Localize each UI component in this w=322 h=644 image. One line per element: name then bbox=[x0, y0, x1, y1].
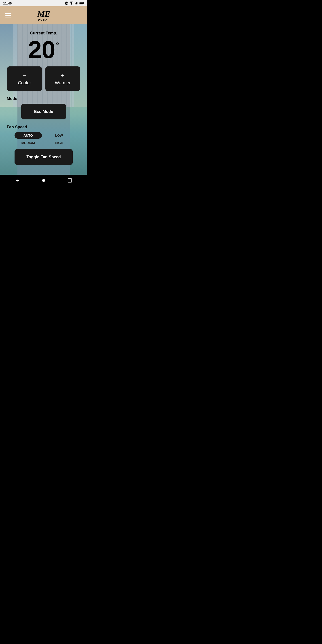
header-logo: ME DUBAI bbox=[37, 10, 50, 21]
home-icon bbox=[41, 178, 46, 183]
content-overlay: Current Temp. 20 ° − Cooler + Warmer Mod… bbox=[0, 24, 87, 175]
cooler-button[interactable]: − Cooler bbox=[7, 66, 42, 91]
svg-rect-8 bbox=[68, 179, 72, 182]
mode-section-label: Mode bbox=[4, 96, 83, 101]
back-icon bbox=[15, 178, 20, 183]
hamburger-line-3 bbox=[5, 17, 11, 18]
toggle-fan-speed-button[interactable]: Toggle Fan Speed bbox=[14, 149, 73, 165]
fan-speed-high[interactable]: HIGH bbox=[46, 140, 73, 146]
gear-icon bbox=[64, 1, 68, 5]
warmer-label: Warmer bbox=[55, 80, 70, 86]
menu-button[interactable] bbox=[4, 12, 12, 18]
hamburger-line-1 bbox=[5, 13, 11, 14]
svg-rect-6 bbox=[84, 3, 84, 4]
fan-speed-section-label: Fan Speed bbox=[4, 125, 83, 130]
recent-button[interactable] bbox=[66, 176, 74, 185]
temp-number: 20 bbox=[28, 37, 55, 62]
battery-icon bbox=[79, 2, 84, 5]
temp-degree: ° bbox=[56, 41, 59, 50]
warmer-symbol: + bbox=[61, 72, 64, 78]
svg-point-7 bbox=[42, 179, 45, 182]
hamburger-line-2 bbox=[5, 15, 11, 16]
back-button[interactable] bbox=[13, 176, 22, 185]
wifi-icon bbox=[69, 2, 73, 5]
svg-rect-1 bbox=[76, 3, 76, 4]
svg-rect-5 bbox=[80, 2, 83, 4]
recent-icon bbox=[67, 178, 72, 183]
signal-icon bbox=[75, 2, 78, 5]
logo-dubai-text: DUBAI bbox=[38, 18, 49, 21]
temp-label: Current Temp. bbox=[30, 31, 57, 36]
warmer-button[interactable]: + Warmer bbox=[46, 66, 80, 91]
status-time: 11:46 bbox=[3, 1, 12, 5]
app-header: ME DUBAI bbox=[0, 6, 87, 24]
fan-speed-medium[interactable]: MEDIUM bbox=[14, 140, 42, 146]
home-button[interactable] bbox=[39, 176, 48, 185]
main-content: Current Temp. 20 ° − Cooler + Warmer Mod… bbox=[0, 24, 87, 175]
fan-speed-auto[interactable]: AUTO bbox=[14, 132, 42, 139]
svg-rect-3 bbox=[77, 2, 78, 4]
svg-rect-2 bbox=[76, 2, 77, 4]
nav-bar bbox=[0, 175, 87, 186]
temp-controls: − Cooler + Warmer bbox=[4, 66, 83, 91]
fan-speed-grid: AUTO LOW MEDIUM HIGH bbox=[14, 132, 73, 146]
svg-rect-0 bbox=[75, 3, 75, 4]
status-bar: 11:46 bbox=[0, 0, 87, 6]
eco-mode-button[interactable]: Eco Mode bbox=[21, 104, 66, 120]
fan-speed-low[interactable]: LOW bbox=[46, 132, 73, 139]
status-icons bbox=[64, 1, 84, 5]
logo-me-text: ME bbox=[37, 10, 50, 18]
cooler-symbol: − bbox=[22, 72, 26, 78]
cooler-label: Cooler bbox=[18, 80, 31, 86]
temp-value: 20 ° bbox=[28, 37, 59, 62]
